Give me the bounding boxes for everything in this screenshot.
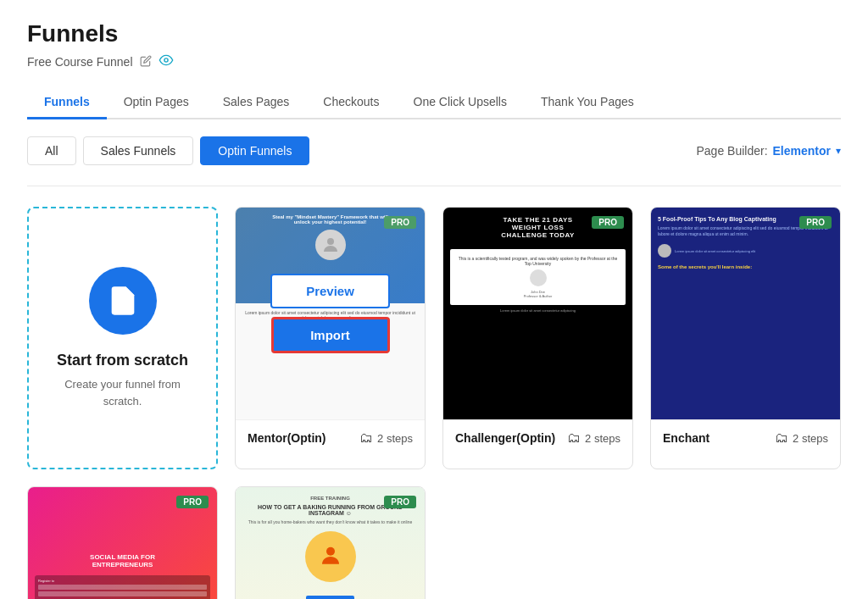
challenger-footer-text: Lorem ipsum dolor sit amet consectetur a… xyxy=(500,308,576,313)
challenger-steps-count: 2 steps xyxy=(585,432,620,445)
challenger-steps-icon: 🗂 xyxy=(567,430,581,446)
challenger-card-steps: 🗂 2 steps xyxy=(567,430,620,446)
eye-icon[interactable] xyxy=(159,54,174,69)
card-enchant-image: 5 Fool-Proof Tips To Any Blog Captivatin… xyxy=(651,208,840,419)
scratch-icon-circle xyxy=(89,267,157,335)
enchant-cta-text: Some of the secrets you'll learn inside: xyxy=(658,264,833,269)
cards-grid-row2: Social Media ForEntrepreneurs Register t… xyxy=(27,486,841,599)
baking-free-training: FREE TRAINING xyxy=(310,496,350,501)
card-baking-image: FREE TRAINING How to Get a Baking Runnin… xyxy=(236,487,425,599)
baking-person-icon xyxy=(318,544,343,569)
filter-buttons: All Sales Funnels Optin Funnels xyxy=(27,136,309,165)
mentor-overlay: Preview Import xyxy=(236,208,425,419)
enchant-author-row: Lorem ipsum dolor sit amet consectetur a… xyxy=(658,244,833,258)
divider xyxy=(27,186,841,186)
challenger-mid: This is a scientifically tested program,… xyxy=(450,249,626,305)
challenger-card-name: Challenger(Optin) xyxy=(455,431,555,445)
enchant-card-name: Enchant xyxy=(663,431,709,445)
social-input-mock2 xyxy=(38,591,207,596)
baking-image-circle xyxy=(305,531,356,582)
subtitle-row: Free Course Funnel xyxy=(27,54,841,69)
funnel-name: Free Course Funnel xyxy=(27,55,133,69)
card-scratch[interactable]: Start from scratch Create your funnel fr… xyxy=(27,207,218,469)
challenger-heading: TAKE THE 21 DAYSWEIGHT LOSSCHALLENGE TOD… xyxy=(501,216,575,239)
page-builder-value[interactable]: Elementor xyxy=(773,144,831,158)
enchant-steps-count: 2 steps xyxy=(793,432,828,445)
tab-sales-pages[interactable]: Sales Pages xyxy=(206,86,307,119)
enchant-template-preview: 5 Fool-Proof Tips To Any Blog Captivatin… xyxy=(651,208,840,419)
page-title: Funnels xyxy=(27,20,841,47)
social-input-mock1 xyxy=(38,585,207,590)
tab-optin-pages[interactable]: Optin Pages xyxy=(107,86,206,119)
social-register-text: Register to xyxy=(38,579,207,583)
tab-one-click-upsells[interactable]: One Click Upsells xyxy=(397,86,524,119)
mentor-steps-count: 2 steps xyxy=(377,432,413,445)
tab-checkouts[interactable]: Checkouts xyxy=(306,86,396,119)
tab-thank-you-pages[interactable]: Thank You Pages xyxy=(524,86,651,119)
page-wrapper: Funnels Free Course Funnel Funnels Optin… xyxy=(0,0,868,599)
steps-icon: 🗂 xyxy=(359,430,373,446)
enchant-card-steps: 🗂 2 steps xyxy=(775,430,828,446)
cards-grid: Start from scratch Create your funnel fr… xyxy=(27,207,841,469)
card-enchant[interactable]: 5 Fool-Proof Tips To Any Blog Captivatin… xyxy=(650,207,841,469)
mentor-card-steps: 🗂 2 steps xyxy=(359,430,413,446)
challenger-pro-badge: PRO xyxy=(592,216,624,229)
card-social-media[interactable]: Social Media ForEntrepreneurs Register t… xyxy=(27,486,218,599)
challenger-author: John DoeProfessor & Author xyxy=(457,290,619,298)
filter-all[interactable]: All xyxy=(27,136,76,165)
social-form-mock: Register to xyxy=(35,575,210,599)
page-builder-row: Page Builder: Elementor ▾ xyxy=(696,144,841,158)
card-challenger-image: TAKE THE 21 DAYSWEIGHT LOSSCHALLENGE TOD… xyxy=(443,208,632,419)
challenger-card-footer: Challenger(Optin) 🗂 2 steps xyxy=(443,419,632,456)
scratch-title: Start from scratch xyxy=(57,352,188,369)
mentor-import-button[interactable]: Import xyxy=(271,317,390,353)
enchant-pro-badge: PRO xyxy=(799,216,832,229)
baking-sub: This is for all you home-bakers who want… xyxy=(248,519,413,524)
challenger-template-preview: TAKE THE 21 DAYSWEIGHT LOSSCHALLENGE TOD… xyxy=(443,208,632,419)
chevron-down-icon[interactable]: ▾ xyxy=(836,145,841,157)
filter-sales-funnels[interactable]: Sales Funnels xyxy=(83,136,194,165)
tabs-nav: Funnels Optin Pages Sales Pages Checkout… xyxy=(27,86,841,119)
svg-point-0 xyxy=(164,58,167,62)
card-mentor[interactable]: Steal my "Mindset Mastery" Framework tha… xyxy=(235,207,426,469)
card-mentor-image: Steal my "Mindset Mastery" Framework tha… xyxy=(236,208,425,419)
enchant-avatar xyxy=(658,244,671,258)
baking-pro-badge: PRO xyxy=(384,496,416,508)
social-pro-badge: PRO xyxy=(176,496,209,508)
svg-point-4 xyxy=(326,547,335,556)
card-social-media-image: Social Media ForEntrepreneurs Register t… xyxy=(28,487,217,599)
card-challenger[interactable]: TAKE THE 21 DAYSWEIGHT LOSSCHALLENGE TOD… xyxy=(442,207,633,469)
filter-row: All Sales Funnels Optin Funnels Page Bui… xyxy=(27,136,841,165)
mentor-card-name: Mentor(Optin) xyxy=(248,431,326,445)
edit-icon[interactable] xyxy=(140,55,152,69)
tab-funnels[interactable]: Funnels xyxy=(27,86,107,119)
card-baking[interactable]: FREE TRAINING How to Get a Baking Runnin… xyxy=(235,486,426,599)
enchant-author-text: Lorem ipsum dolor sit amet consectetur a… xyxy=(675,249,755,253)
enchant-steps-icon: 🗂 xyxy=(775,430,788,446)
enchant-card-footer: Enchant 🗂 2 steps xyxy=(651,419,840,456)
page-builder-label: Page Builder: xyxy=(696,144,767,158)
mentor-card-footer: Mentor(Optin) 🗂 2 steps xyxy=(236,419,425,456)
social-title: Social Media ForEntrepreneurs xyxy=(90,553,155,568)
scratch-desc: Create your funnel from scratch. xyxy=(54,376,191,409)
document-plus-icon xyxy=(106,284,140,318)
baking-cta: Lets Get Started! xyxy=(306,596,355,599)
mentor-preview-button[interactable]: Preview xyxy=(270,274,390,308)
filter-optin-funnels[interactable]: Optin Funnels xyxy=(200,136,309,165)
challenger-mid-text: This is a scientifically tested program,… xyxy=(457,256,619,266)
